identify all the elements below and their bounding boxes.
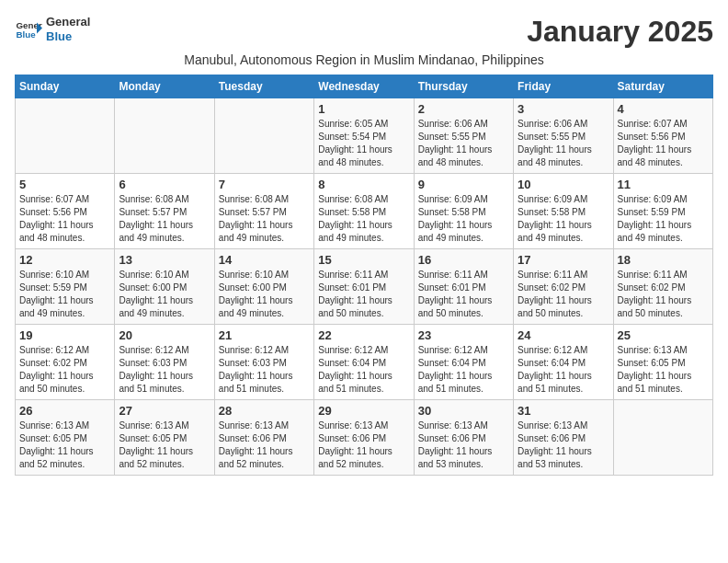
calendar-cell: 16Sunrise: 6:11 AMSunset: 6:01 PMDayligh… (414, 249, 513, 325)
calendar-cell: 25Sunrise: 6:13 AMSunset: 6:05 PMDayligh… (613, 325, 712, 400)
day-number: 16 (418, 253, 509, 267)
day-number: 31 (518, 404, 609, 418)
day-number: 25 (618, 328, 709, 342)
day-number: 1 (318, 102, 409, 116)
day-number: 18 (618, 253, 709, 267)
day-number: 15 (318, 253, 409, 267)
day-number: 23 (418, 328, 509, 342)
day-number: 27 (119, 404, 210, 418)
weekday-header-row: SundayMondayTuesdayWednesdayThursdayFrid… (16, 75, 713, 98)
calendar-cell: 1Sunrise: 6:05 AMSunset: 5:54 PMDaylight… (314, 98, 414, 174)
calendar-cell (613, 400, 712, 476)
month-title: January 2025 (527, 15, 713, 49)
day-info: Sunrise: 6:11 AMSunset: 6:02 PMDaylight:… (618, 269, 709, 320)
day-info: Sunrise: 6:12 AMSunset: 6:03 PMDaylight:… (119, 344, 210, 396)
day-info: Sunrise: 6:12 AMSunset: 6:04 PMDaylight:… (518, 344, 609, 396)
calendar-cell: 7Sunrise: 6:08 AMSunset: 5:57 PMDaylight… (214, 174, 313, 249)
weekday-header-saturday: Saturday (613, 75, 712, 98)
calendar-cell (16, 98, 115, 174)
day-info: Sunrise: 6:08 AMSunset: 5:57 PMDaylight:… (119, 193, 210, 245)
day-number: 29 (318, 404, 409, 418)
day-number: 11 (618, 178, 709, 191)
calendar-cell: 11Sunrise: 6:09 AMSunset: 5:59 PMDayligh… (613, 174, 712, 249)
calendar-subtitle: Manubul, Autonomous Region in Muslim Min… (15, 52, 713, 67)
day-info: Sunrise: 6:10 AMSunset: 5:59 PMDaylight:… (19, 269, 110, 320)
calendar-cell: 2Sunrise: 6:06 AMSunset: 5:55 PMDaylight… (414, 98, 513, 174)
day-info: Sunrise: 6:13 AMSunset: 6:05 PMDaylight:… (19, 419, 110, 471)
calendar-cell: 29Sunrise: 6:13 AMSunset: 6:06 PMDayligh… (314, 400, 414, 476)
calendar-cell: 4Sunrise: 6:07 AMSunset: 5:56 PMDaylight… (613, 98, 712, 174)
day-number: 6 (119, 178, 210, 191)
day-info: Sunrise: 6:10 AMSunset: 6:00 PMDaylight:… (219, 269, 310, 320)
day-number: 19 (19, 328, 110, 342)
day-number: 22 (318, 328, 409, 342)
day-info: Sunrise: 6:13 AMSunset: 6:06 PMDaylight:… (518, 419, 609, 471)
calendar-week-row: 26Sunrise: 6:13 AMSunset: 6:05 PMDayligh… (16, 400, 713, 476)
day-number: 10 (518, 178, 609, 191)
calendar-cell: 5Sunrise: 6:07 AMSunset: 5:56 PMDaylight… (16, 174, 115, 249)
calendar-cell: 8Sunrise: 6:08 AMSunset: 5:58 PMDaylight… (314, 174, 414, 249)
weekday-header-sunday: Sunday (16, 75, 115, 98)
day-info: Sunrise: 6:06 AMSunset: 5:55 PMDaylight:… (518, 118, 609, 169)
calendar-cell: 9Sunrise: 6:09 AMSunset: 5:58 PMDaylight… (414, 174, 513, 249)
calendar-cell: 13Sunrise: 6:10 AMSunset: 6:00 PMDayligh… (115, 249, 214, 325)
calendar-week-row: 19Sunrise: 6:12 AMSunset: 6:02 PMDayligh… (16, 325, 713, 400)
logo-line2: Blue (46, 29, 90, 44)
calendar-cell: 17Sunrise: 6:11 AMSunset: 6:02 PMDayligh… (514, 249, 613, 325)
calendar-cell: 27Sunrise: 6:13 AMSunset: 6:05 PMDayligh… (115, 400, 214, 476)
calendar-cell: 15Sunrise: 6:11 AMSunset: 6:01 PMDayligh… (314, 249, 414, 325)
calendar-cell: 22Sunrise: 6:12 AMSunset: 6:04 PMDayligh… (314, 325, 414, 400)
day-info: Sunrise: 6:09 AMSunset: 5:59 PMDaylight:… (618, 193, 709, 245)
calendar-week-row: 12Sunrise: 6:10 AMSunset: 5:59 PMDayligh… (16, 249, 713, 325)
calendar-cell: 24Sunrise: 6:12 AMSunset: 6:04 PMDayligh… (514, 325, 613, 400)
calendar-cell: 30Sunrise: 6:13 AMSunset: 6:06 PMDayligh… (414, 400, 513, 476)
day-info: Sunrise: 6:13 AMSunset: 6:05 PMDaylight:… (618, 344, 709, 396)
day-info: Sunrise: 6:09 AMSunset: 5:58 PMDaylight:… (518, 193, 609, 245)
page-header: General Blue General Blue January 2025 (15, 15, 713, 49)
day-number: 8 (318, 178, 409, 191)
calendar-cell: 23Sunrise: 6:12 AMSunset: 6:04 PMDayligh… (414, 325, 513, 400)
calendar-cell: 14Sunrise: 6:10 AMSunset: 6:00 PMDayligh… (214, 249, 313, 325)
calendar-cell: 10Sunrise: 6:09 AMSunset: 5:58 PMDayligh… (514, 174, 613, 249)
day-number: 20 (119, 328, 210, 342)
weekday-header-tuesday: Tuesday (214, 75, 313, 98)
day-number: 28 (219, 404, 310, 418)
day-info: Sunrise: 6:12 AMSunset: 6:03 PMDaylight:… (219, 344, 310, 396)
day-info: Sunrise: 6:06 AMSunset: 5:55 PMDaylight:… (418, 118, 509, 169)
day-info: Sunrise: 6:13 AMSunset: 6:06 PMDaylight:… (318, 419, 409, 471)
day-info: Sunrise: 6:08 AMSunset: 5:57 PMDaylight:… (219, 193, 310, 245)
logo-icon: General Blue (15, 16, 42, 43)
day-number: 5 (19, 178, 110, 191)
calendar-cell: 19Sunrise: 6:12 AMSunset: 6:02 PMDayligh… (16, 325, 115, 400)
day-info: Sunrise: 6:12 AMSunset: 6:04 PMDaylight:… (418, 344, 509, 396)
calendar-cell: 6Sunrise: 6:08 AMSunset: 5:57 PMDaylight… (115, 174, 214, 249)
day-number: 9 (418, 178, 509, 191)
day-number: 14 (219, 253, 310, 267)
weekday-header-friday: Friday (514, 75, 613, 98)
calendar-cell: 28Sunrise: 6:13 AMSunset: 6:06 PMDayligh… (214, 400, 313, 476)
calendar-cell (214, 98, 313, 174)
calendar-week-row: 5Sunrise: 6:07 AMSunset: 5:56 PMDaylight… (16, 174, 713, 249)
calendar-cell: 20Sunrise: 6:12 AMSunset: 6:03 PMDayligh… (115, 325, 214, 400)
calendar-cell: 18Sunrise: 6:11 AMSunset: 6:02 PMDayligh… (613, 249, 712, 325)
logo: General Blue General Blue (15, 15, 90, 43)
day-number: 13 (119, 253, 210, 267)
day-info: Sunrise: 6:12 AMSunset: 6:02 PMDaylight:… (19, 344, 110, 396)
calendar-cell: 31Sunrise: 6:13 AMSunset: 6:06 PMDayligh… (514, 400, 613, 476)
day-info: Sunrise: 6:11 AMSunset: 6:01 PMDaylight:… (318, 269, 409, 320)
day-info: Sunrise: 6:13 AMSunset: 6:06 PMDaylight:… (418, 419, 509, 471)
calendar-cell: 26Sunrise: 6:13 AMSunset: 6:05 PMDayligh… (16, 400, 115, 476)
calendar-cell: 12Sunrise: 6:10 AMSunset: 5:59 PMDayligh… (16, 249, 115, 325)
day-number: 4 (618, 102, 709, 116)
weekday-header-wednesday: Wednesday (314, 75, 414, 98)
calendar-cell: 21Sunrise: 6:12 AMSunset: 6:03 PMDayligh… (214, 325, 313, 400)
day-number: 2 (418, 102, 509, 116)
day-number: 21 (219, 328, 310, 342)
logo-line1: General (46, 15, 90, 29)
day-info: Sunrise: 6:08 AMSunset: 5:58 PMDaylight:… (318, 193, 409, 245)
day-number: 12 (19, 253, 110, 267)
day-info: Sunrise: 6:11 AMSunset: 6:01 PMDaylight:… (418, 269, 509, 320)
day-info: Sunrise: 6:11 AMSunset: 6:02 PMDaylight:… (518, 269, 609, 320)
calendar-cell: 3Sunrise: 6:06 AMSunset: 5:55 PMDaylight… (514, 98, 613, 174)
calendar-cell (115, 98, 214, 174)
